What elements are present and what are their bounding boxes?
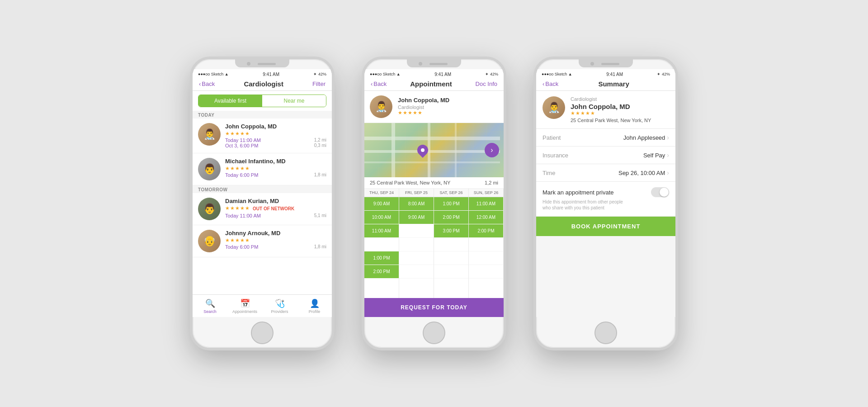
- appointments-icon: 📅: [240, 298, 250, 308]
- time-slot[interactable]: 9:00 AM: [399, 211, 434, 224]
- summary-bottom: [536, 236, 675, 317]
- list-item[interactable]: 👨 Michael Infantino, MD ★★★★★ Today 6:00…: [193, 153, 332, 185]
- private-title: Mark an appoitment private: [542, 189, 614, 196]
- time-slot[interactable]: 11:00 AM: [469, 197, 503, 211]
- time-grid: 9:00 AM 10:00 AM 11:00 AM 1:00 PM 2:00 P…: [364, 197, 504, 298]
- chevron-icon: ›: [667, 134, 669, 141]
- doc-info-button[interactable]: Doc Info: [476, 80, 497, 87]
- private-description: Hide this appointment from other peoplew…: [542, 199, 669, 211]
- time-row[interactable]: Time Sep 26, 10:00 AM ›: [536, 164, 675, 182]
- appointment-time: Today 11:00 AM: [225, 213, 261, 218]
- summary-doc-header: 👨‍⚕️ Cardiologist John Coppola, MD ★★★★★…: [536, 91, 675, 129]
- private-section: Mark an appoitment private Hide this app…: [536, 182, 675, 217]
- doc-specialty-2: Cardiologist: [398, 104, 449, 110]
- insurance-row[interactable]: Insurance Self Pay ›: [536, 147, 675, 164]
- avatar: 👨: [198, 158, 221, 180]
- address-bar: 25 Central Park West, New York, NY 1,2 m…: [364, 177, 504, 189]
- book-appointment-button[interactable]: BOOK APPOINTMENT: [536, 217, 675, 236]
- providers-icon: 🩺: [275, 298, 285, 308]
- map-view[interactable]: ›: [364, 123, 504, 177]
- summary-doc-name: John Coppola, MD: [571, 103, 651, 110]
- tab-providers-label: Providers: [271, 309, 288, 314]
- time-slot[interactable]: 2:00 PM: [434, 211, 468, 224]
- time-slot[interactable]: 1:00 PM: [434, 197, 468, 211]
- back-button-3[interactable]: ‹ Back: [542, 80, 558, 87]
- status-signal-1: ●●●oo Sketch ▲: [198, 72, 229, 76]
- status-bar-1: ●●●oo Sketch ▲ 9:41 AM ✦ 42%: [193, 69, 332, 78]
- time-slot-empty: [399, 251, 434, 265]
- address-text: 25 Central Park West, New York, NY: [370, 180, 450, 185]
- cal-day-thu: THU, SEP 24: [364, 189, 399, 197]
- patient-value: John Appleseed ›: [623, 134, 669, 141]
- tab-profile-label: Profile: [309, 309, 321, 314]
- back-button-2[interactable]: ‹ Back: [371, 80, 387, 87]
- distance: 5,1 mi: [314, 213, 326, 218]
- list-item[interactable]: 👨‍⚕️ John Coppola, MD ★★★★★ Today 11:00 …: [193, 118, 332, 153]
- home-button-2[interactable]: [423, 322, 445, 344]
- toggle-knob: [660, 188, 669, 197]
- distance: 1,8 mi: [314, 244, 326, 250]
- tab-providers[interactable]: 🩺 Providers: [262, 295, 297, 317]
- private-toggle[interactable]: [651, 187, 669, 197]
- time-slot[interactable]: 12:00 AM: [469, 211, 503, 224]
- chevron-icon: ›: [667, 169, 669, 176]
- map-nav-button[interactable]: ›: [485, 143, 499, 157]
- time-slot[interactable]: 9:00 AM: [364, 197, 399, 211]
- doctor-name: John Coppola, MD: [225, 123, 326, 130]
- cal-day-sun: SUN, SEP 26: [469, 189, 504, 197]
- time-slot-empty: [364, 238, 399, 251]
- time-slot[interactable]: 1:00 PM: [364, 251, 399, 265]
- cal-day-sat: SAT, SEP 26: [434, 189, 469, 197]
- back-button-1[interactable]: ‹ Back: [199, 80, 215, 87]
- time-slot[interactable]: 10:00 AM: [364, 211, 399, 224]
- svg-rect-3: [392, 123, 395, 177]
- time-label: Time: [542, 170, 555, 176]
- summary-stars: ★★★★★: [571, 110, 651, 116]
- time-value: Sep 26, 10:00 AM ›: [618, 169, 669, 176]
- avatar-2: 👨‍⚕️: [370, 95, 392, 118]
- avatar-3: 👨‍⚕️: [542, 96, 565, 119]
- tab-appointments-label: Appointments: [232, 309, 257, 314]
- insurance-value: Self Pay ›: [643, 151, 669, 159]
- phone-3-screen: ●●●oo Sketch ▲ 9:41 AM ✦ 42% ‹ Back Summ…: [536, 69, 675, 317]
- nav-title-3: Summary: [598, 80, 629, 88]
- segment-control[interactable]: Available first Near me: [198, 95, 326, 107]
- doctor-list: TODAY 👨‍⚕️ John Coppola, MD ★★★★★ Today …: [193, 111, 332, 294]
- phones-container: ●●●oo Sketch ▲ 9:41 AM ✦ 42% ‹ Back Card…: [172, 38, 696, 369]
- appointment-time: Today 6:00 PM: [225, 244, 258, 250]
- time-slot[interactable]: 3:00 PM: [434, 224, 468, 238]
- nav-title-1: Cardiologist: [244, 80, 283, 88]
- out-of-network-badge: OUT OF NETWORK: [253, 206, 294, 211]
- status-bar-3: ●●●oo Sketch ▲ 9:41 AM ✦ 42%: [536, 69, 675, 78]
- list-item[interactable]: 👴 Johnny Arnouk, MD ★★★★★ Today 6:00 PM …: [193, 225, 332, 257]
- time-slot[interactable]: 2:00 PM: [364, 265, 399, 279]
- tab-profile[interactable]: 👤 Profile: [297, 295, 332, 317]
- distance: 1,2 mi: [314, 137, 326, 143]
- list-item[interactable]: 👨 Damian Kurian, MD ★★★★★ OUT OF NETWORK…: [193, 193, 332, 225]
- home-button-3[interactable]: [594, 322, 617, 344]
- home-button-1[interactable]: [251, 322, 274, 344]
- segment-near[interactable]: Near me: [262, 95, 326, 107]
- tab-appointments[interactable]: 📅 Appointments: [227, 295, 262, 317]
- doc-stars-2: ★★★★★: [398, 110, 449, 116]
- doctor-name: Damian Kurian, MD: [225, 198, 326, 204]
- calendar-header: THU, SEP 24 FRI, SEP 25 SAT, SEP 26 SUN,…: [364, 189, 504, 197]
- nav-bar-3: ‹ Back Summary: [536, 78, 675, 91]
- map-pin-inner: [421, 148, 425, 152]
- time-col-thu: 9:00 AM 10:00 AM 11:00 AM 1:00 PM 2:00 P…: [364, 197, 399, 298]
- request-button[interactable]: REQUEST FOR TODAY: [364, 298, 504, 317]
- section-today: TODAY: [193, 111, 332, 118]
- filter-button[interactable]: Filter: [312, 80, 326, 87]
- status-battery-3: ✦ 42%: [657, 72, 670, 76]
- tab-search[interactable]: 🔍 Search: [193, 295, 227, 317]
- status-signal-2: ●●●oo Sketch ▲: [370, 72, 401, 76]
- summary-address: 25 Central Park West, New York, NY: [571, 118, 651, 123]
- time-slot[interactable]: 11:00 AM: [364, 224, 399, 238]
- phone-2-screen: ●●●oo Sketch ▲ 9:41 AM ✦ 42% ‹ Back Appo…: [364, 69, 504, 317]
- patient-row[interactable]: Patient John Appleseed ›: [536, 129, 675, 147]
- time-slot[interactable]: 2:00 PM: [469, 224, 503, 238]
- segment-available[interactable]: Available first: [198, 95, 262, 107]
- status-time-1: 9:41 AM: [263, 72, 279, 77]
- svg-rect-1: [364, 150, 500, 153]
- time-slot[interactable]: 8:00 AM: [399, 197, 434, 211]
